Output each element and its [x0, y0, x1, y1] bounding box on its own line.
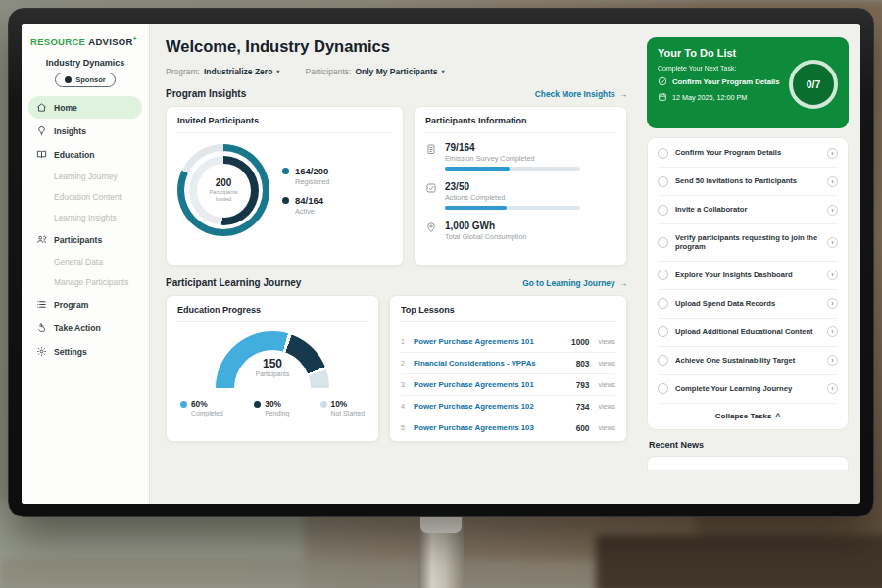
lesson-views: 793 [576, 380, 590, 390]
task-item[interactable]: Upload Spend Data Records › [658, 290, 838, 318]
task-checkbox[interactable] [658, 237, 668, 248]
program-filter[interactable]: Program: Industrialize Zero ▾ [166, 67, 280, 76]
todo-next-task-label: Confirm Your Program Details [672, 77, 780, 86]
sidebar-item-home[interactable]: Home [28, 96, 142, 119]
todo-next-task[interactable]: Confirm Your Program Details [658, 76, 784, 86]
task-checkbox[interactable] [658, 383, 668, 394]
chevron-right-icon[interactable]: › [827, 237, 838, 248]
lesson-rank: 5 [401, 424, 407, 431]
task-checkbox[interactable] [658, 205, 668, 216]
education-progress-gauge: 150 Participants [216, 331, 329, 388]
task-item[interactable]: Explore Your Insights Dashboard › [658, 262, 838, 290]
task-item[interactable]: Complete Your Learning Journey › [658, 375, 838, 404]
sponsor-icon [65, 76, 72, 83]
task-checkbox[interactable] [658, 298, 668, 309]
lesson-link[interactable]: Power Purchase Agreements 103 [414, 423, 569, 432]
lesson-views-unit: views [598, 360, 615, 367]
chevron-right-icon[interactable]: › [827, 383, 838, 394]
chevron-right-icon[interactable]: › [827, 270, 838, 280]
lesson-link[interactable]: Power Purchase Agreements 101 [414, 337, 564, 346]
sidebar-item-education[interactable]: Education [28, 143, 142, 166]
check-square-icon [425, 182, 437, 194]
sidebar-item-manage-participants[interactable]: Manage Participants [28, 272, 142, 292]
chevron-right-icon[interactable]: › [827, 326, 838, 337]
task-item[interactable]: Send 50 Invitations to Participants › [658, 168, 838, 196]
task-checkbox[interactable] [658, 326, 668, 337]
gauge-center-value: 150 [216, 357, 329, 370]
task-label: Confirm Your Program Details [675, 148, 820, 158]
task-checkbox[interactable] [658, 270, 668, 280]
task-checkbox[interactable] [658, 355, 668, 366]
lesson-views: 1000 [571, 337, 589, 347]
task-label: Invite a Collaborator [675, 205, 820, 215]
task-label: Complete Your Learning Journey [675, 384, 820, 394]
sidebar-item-program[interactable]: Program [28, 293, 142, 316]
chevron-down-icon: ▾ [276, 68, 279, 75]
sidebar-item-take-action[interactable]: Take Action [28, 317, 142, 339]
education-progress-title: Education Progress [177, 305, 368, 322]
program-insights-header: Program Insights Check More Insights → [166, 88, 627, 99]
filter-bar: Program: Industrialize Zero ▾ Participan… [166, 67, 627, 76]
legend-registered: 164/200 Registered [282, 166, 329, 186]
task-item[interactable]: Achieve One Sustainability Target › [658, 347, 838, 375]
donut-center-value: 200 [216, 177, 232, 188]
sidebar-item-label: Education [54, 150, 95, 160]
invited-participants-card: Invited Participants 200 Participants In… [166, 106, 404, 266]
chevron-down-icon: ▾ [441, 68, 444, 75]
task-item[interactable]: Invite a Collaborator › [658, 196, 838, 224]
todo-progress-ring: 0/7 [789, 60, 838, 109]
sidebar-item-education-content[interactable]: Education Content [28, 187, 142, 207]
sidebar-item-participants[interactable]: Participants [28, 228, 142, 251]
lesson-link[interactable]: Financial Considerations - VPPAs [414, 359, 569, 368]
invited-participants-title: Invited Participants [177, 116, 392, 133]
todo-due: 12 May 2025, 12:00 PM [658, 92, 784, 102]
program-filter-label: Program: [166, 67, 200, 76]
task-label: Verify participants requesting to join t… [675, 233, 820, 253]
registered-value: 164/200 [295, 166, 329, 176]
participants-filter[interactable]: Participants: Only My Participants ▾ [306, 67, 445, 76]
chevron-right-icon[interactable]: › [827, 205, 838, 216]
stat-emission-survey: 79/164 Emission Survey Completed [425, 142, 615, 171]
task-item[interactable]: Verify participants requesting to join t… [658, 224, 838, 262]
legend-not-started: 10% Not Started [320, 399, 365, 416]
lesson-rank: 2 [401, 360, 407, 367]
completed-dot-icon [180, 401, 187, 408]
learning-journey-cards: Education Progress 150 Participants [166, 295, 627, 442]
sidebar-item-insights[interactable]: Insights [28, 120, 142, 142]
lesson-views-unit: views [598, 381, 615, 388]
lesson-link[interactable]: Power Purchase Agreements 102 [414, 402, 569, 411]
lesson-row: 5 Power Purchase Agreements 103 600 view… [401, 417, 615, 438]
task-item[interactable]: Upload Additional Educational Content › [658, 318, 838, 347]
task-label: Achieve One Sustainability Target [675, 356, 820, 366]
task-checkbox[interactable] [658, 148, 668, 159]
task-checkbox[interactable] [658, 176, 668, 187]
book-icon [36, 149, 47, 160]
sidebar-item-settings[interactable]: Settings [28, 340, 142, 363]
sponsor-badge-label: Sponsor [75, 75, 105, 84]
chevron-right-icon[interactable]: › [827, 148, 838, 159]
sidebar-item-learning-journey[interactable]: Learning Journey [28, 167, 142, 186]
chevron-right-icon[interactable]: › [827, 176, 838, 187]
org-name: Industry Dynamics [28, 58, 142, 68]
todo-progress-value: 0/7 [807, 78, 821, 90]
gauge-legend: 60% Completed 30% Pending [177, 399, 368, 416]
todo-subtitle: Complete Your Next Task: [658, 65, 784, 72]
task-label: Send 50 Invitations to Participants [675, 176, 820, 186]
check-more-insights-link[interactable]: Check More Insights → [535, 89, 627, 99]
go-to-learning-journey-link[interactable]: Go to Learning Journey → [522, 278, 627, 288]
lesson-views-unit: views [598, 338, 615, 345]
task-item[interactable]: Confirm Your Program Details › [658, 139, 838, 168]
scene: RESOURCEADVISOR+ Industry Dynamics Spons… [0, 0, 882, 588]
chevron-right-icon[interactable]: › [827, 298, 838, 309]
lesson-link[interactable]: Power Purchase Agreements 101 [414, 380, 569, 389]
recent-news-title: Recent News [649, 440, 847, 450]
sidebar-item-learning-insights[interactable]: Learning Insights [28, 208, 142, 227]
sidebar-item-general-data[interactable]: General Data [28, 252, 142, 271]
chevron-right-icon[interactable]: › [827, 355, 838, 366]
recent-news-card [647, 456, 849, 470]
legend-label: Not Started [331, 410, 365, 416]
active-value: 84/164 [295, 195, 323, 206]
lesson-rank: 4 [401, 403, 407, 410]
collapse-tasks-link[interactable]: Collapse Tasks ^ [658, 404, 838, 428]
pending-dot-icon [254, 401, 261, 408]
